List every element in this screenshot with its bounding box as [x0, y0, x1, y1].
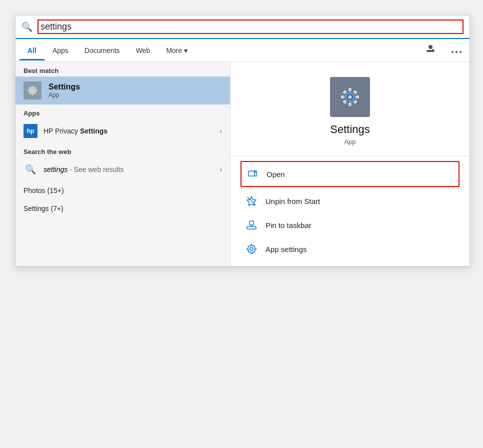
web-search-icon: 🔍	[24, 162, 38, 176]
svg-rect-17	[248, 171, 254, 176]
web-search-item[interactable]: 🔍 settings - See web results ›	[16, 158, 230, 182]
web-arrow-icon: ›	[220, 166, 222, 174]
unpin-label: Unpin from Start	[266, 197, 320, 206]
main-content: Best match Settings App Apps hp HP	[16, 62, 470, 266]
app-detail: Settings App	[230, 62, 470, 156]
tab-actions	[422, 42, 466, 58]
tab-documents[interactable]: Documents	[76, 40, 128, 60]
pin-taskbar-action[interactable]: Pin to taskbar	[240, 213, 460, 237]
pin-taskbar-icon	[244, 218, 258, 232]
svg-rect-12	[356, 96, 359, 98]
search-bar: 🔍 settings	[16, 16, 470, 39]
app-settings-icon	[244, 242, 258, 256]
svg-point-3	[456, 51, 458, 53]
svg-rect-19	[247, 226, 256, 229]
photos-label: Photos (15+)	[24, 186, 64, 194]
svg-point-22	[250, 248, 253, 250]
tabs-bar: All Apps Documents Web More ▾	[16, 39, 470, 62]
pin-taskbar-label: Pin to taskbar	[266, 221, 312, 230]
open-action[interactable]: Open	[240, 161, 460, 187]
best-match-label: Best match	[16, 62, 230, 76]
search-panel: 🔍 settings All Apps Documents Web More ▾	[15, 15, 470, 266]
best-match-subtitle: App	[48, 92, 80, 98]
settings-app-icon-large	[330, 77, 370, 117]
svg-rect-11	[341, 96, 344, 98]
svg-rect-20	[250, 221, 254, 225]
svg-rect-9	[348, 88, 352, 92]
best-match-text: Settings App	[48, 82, 80, 98]
tab-all[interactable]: All	[20, 40, 44, 60]
hp-privacy-settings-item[interactable]: hp HP Privacy Settings ›	[16, 119, 230, 143]
chevron-down-icon: ▾	[184, 46, 188, 54]
app-settings-label: App settings	[266, 245, 307, 254]
settings-group-label: Settings (7+)	[24, 204, 64, 212]
svg-point-8	[348, 96, 352, 99]
photos-item[interactable]: Photos (15+)	[16, 182, 230, 200]
hp-icon: hp	[24, 124, 38, 138]
app-type: App	[344, 138, 356, 146]
unpin-action[interactable]: Unpin from Start	[240, 189, 460, 213]
right-panel: Settings App Open	[230, 62, 470, 266]
app-settings-action[interactable]: App settings	[240, 237, 460, 261]
search-input[interactable]: settings	[38, 20, 464, 34]
settings-app-icon-small	[24, 82, 42, 100]
settings-group-item[interactable]: Settings (7+)	[16, 200, 230, 218]
app-name: Settings	[330, 123, 370, 136]
hp-arrow-icon: ›	[220, 127, 222, 135]
see-web-label: - See web results	[70, 166, 124, 174]
hp-privacy-label: HP Privacy Settings	[44, 127, 220, 135]
action-list: Open Unpin from Start	[230, 156, 470, 266]
apps-section-label: Apps	[16, 104, 230, 119]
search-icon: 🔍	[22, 22, 32, 32]
feedback-icon[interactable]	[422, 42, 440, 58]
tab-web[interactable]: Web	[128, 40, 158, 60]
web-search-text: settings - See web results	[44, 166, 220, 174]
best-match-item[interactable]: Settings App	[16, 76, 230, 104]
more-options-icon[interactable]	[448, 43, 466, 58]
svg-rect-10	[348, 102, 352, 106]
best-match-title: Settings	[48, 82, 80, 92]
left-panel: Best match Settings App Apps hp HP	[16, 62, 230, 266]
web-section-label: Search the web	[16, 143, 230, 158]
open-label: Open	[266, 170, 285, 178]
svg-point-4	[460, 51, 462, 53]
svg-point-2	[452, 51, 454, 53]
open-icon	[246, 167, 260, 181]
tab-apps[interactable]: Apps	[44, 40, 76, 60]
unpin-icon	[244, 194, 258, 208]
tab-more[interactable]: More ▾	[158, 40, 196, 60]
web-query: settings	[44, 166, 68, 174]
svg-point-1	[428, 45, 432, 49]
